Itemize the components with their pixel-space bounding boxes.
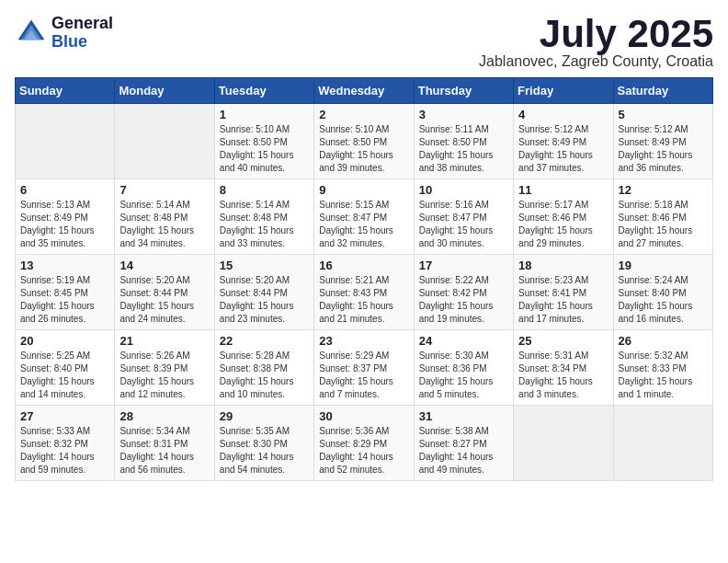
daylight: Daylight: 15 hours and 21 minutes. [319, 301, 393, 324]
day-info: Sunrise: 5:12 AMSunset: 8:49 PMDaylight:… [518, 123, 608, 175]
sunrise: Sunrise: 5:16 AM [419, 200, 489, 210]
logo-icon [15, 17, 48, 50]
sunrise: Sunrise: 5:13 AM [20, 200, 90, 210]
day-number: 24 [419, 334, 508, 348]
calendar-cell: 18Sunrise: 5:23 AMSunset: 8:41 PMDayligh… [514, 255, 613, 330]
day-info: Sunrise: 5:30 AMSunset: 8:36 PMDaylight:… [419, 350, 508, 401]
calendar-cell: 8Sunrise: 5:14 AMSunset: 8:48 PMDaylight… [214, 179, 313, 255]
day-info: Sunrise: 5:11 AMSunset: 8:50 PMDaylight:… [419, 123, 508, 175]
calendar-cell: 4Sunrise: 5:12 AMSunset: 8:49 PMDaylight… [514, 104, 613, 179]
day-number: 26 [619, 334, 708, 348]
day-number: 17 [419, 259, 508, 272]
logo-text: General Blue [51, 15, 113, 52]
sunset: Sunset: 8:46 PM [518, 213, 586, 223]
day-number: 21 [119, 334, 209, 348]
daylight: Daylight: 15 hours and 29 minutes. [518, 225, 593, 248]
calendar-cell: 3Sunrise: 5:11 AMSunset: 8:50 PMDaylight… [414, 104, 513, 179]
sunset: Sunset: 8:34 PM [518, 363, 586, 373]
day-number: 6 [20, 183, 109, 197]
sunset: Sunset: 8:27 PM [419, 439, 487, 449]
day-number: 15 [220, 259, 309, 272]
sunset: Sunset: 8:50 PM [419, 137, 487, 147]
sunrise: Sunrise: 5:33 AM [20, 426, 90, 436]
sunset: Sunset: 8:41 PM [518, 288, 586, 298]
logo-blue: Blue [51, 33, 113, 52]
calendar-cell: 29Sunrise: 5:35 AMSunset: 8:30 PMDayligh… [214, 406, 313, 481]
daylight: Daylight: 15 hours and 12 minutes. [119, 376, 194, 399]
page-header: General Blue July 2025 Jablanovec, Zagre… [15, 15, 713, 70]
header-day-friday: Friday [514, 78, 613, 104]
day-number: 14 [119, 259, 209, 272]
calendar-cell: 13Sunrise: 5:19 AMSunset: 8:45 PMDayligh… [16, 255, 115, 330]
day-number: 13 [20, 259, 109, 272]
daylight: Daylight: 15 hours and 14 minutes. [20, 376, 95, 399]
calendar-cell: 31Sunrise: 5:38 AMSunset: 8:27 PMDayligh… [414, 406, 513, 481]
sunset: Sunset: 8:50 PM [220, 137, 288, 147]
day-info: Sunrise: 5:20 AMSunset: 8:44 PMDaylight:… [220, 274, 309, 326]
sunset: Sunset: 8:45 PM [20, 288, 88, 298]
daylight: Daylight: 15 hours and 38 minutes. [419, 150, 494, 173]
logo-general: General [51, 15, 113, 33]
sunset: Sunset: 8:48 PM [119, 213, 188, 223]
day-number: 4 [518, 108, 608, 121]
calendar-cell: 19Sunrise: 5:24 AMSunset: 8:40 PMDayligh… [613, 255, 712, 330]
calendar-cell: 22Sunrise: 5:28 AMSunset: 8:38 PMDayligh… [214, 330, 313, 406]
sunrise: Sunrise: 5:19 AM [20, 275, 90, 285]
day-number: 30 [319, 409, 408, 423]
sunset: Sunset: 8:42 PM [419, 288, 487, 298]
sunrise: Sunrise: 5:10 AM [319, 124, 389, 134]
calendar-cell: 1Sunrise: 5:10 AMSunset: 8:50 PMDaylight… [214, 104, 313, 179]
calendar-cell: 23Sunrise: 5:29 AMSunset: 8:37 PMDayligh… [314, 330, 414, 406]
sunrise: Sunrise: 5:26 AM [119, 350, 189, 361]
header-day-thursday: Thursday [414, 78, 513, 104]
daylight: Daylight: 15 hours and 5 minutes. [419, 376, 494, 399]
day-info: Sunrise: 5:32 AMSunset: 8:33 PMDaylight:… [619, 350, 708, 401]
day-number: 11 [518, 183, 608, 197]
calendar-cell: 5Sunrise: 5:12 AMSunset: 8:49 PMDaylight… [613, 104, 712, 179]
calendar-week-4: 20Sunrise: 5:25 AMSunset: 8:40 PMDayligh… [16, 330, 713, 406]
sunset: Sunset: 8:29 PM [319, 439, 387, 449]
day-info: Sunrise: 5:31 AMSunset: 8:34 PMDaylight:… [518, 350, 608, 401]
month-title: July 2025 [479, 15, 713, 53]
sunset: Sunset: 8:32 PM [20, 439, 88, 449]
day-info: Sunrise: 5:16 AMSunset: 8:47 PMDaylight:… [419, 199, 508, 250]
sunrise: Sunrise: 5:12 AM [518, 124, 588, 134]
calendar-week-2: 6Sunrise: 5:13 AMSunset: 8:49 PMDaylight… [16, 179, 713, 255]
day-info: Sunrise: 5:12 AMSunset: 8:49 PMDaylight:… [619, 123, 708, 175]
logo: General Blue [15, 15, 113, 52]
day-number: 23 [319, 334, 408, 348]
sunrise: Sunrise: 5:18 AM [619, 200, 688, 210]
calendar-cell [115, 104, 214, 179]
daylight: Daylight: 15 hours and 7 minutes. [319, 376, 393, 399]
sunrise: Sunrise: 5:32 AM [619, 350, 688, 361]
day-info: Sunrise: 5:10 AMSunset: 8:50 PMDaylight:… [220, 123, 309, 175]
day-info: Sunrise: 5:19 AMSunset: 8:45 PMDaylight:… [20, 274, 109, 326]
day-info: Sunrise: 5:25 AMSunset: 8:40 PMDaylight:… [20, 350, 109, 401]
sunset: Sunset: 8:44 PM [220, 288, 288, 298]
sunrise: Sunrise: 5:11 AM [419, 124, 489, 134]
day-number: 19 [619, 259, 708, 272]
daylight: Daylight: 14 hours and 49 minutes. [419, 452, 494, 475]
calendar-body: 1Sunrise: 5:10 AMSunset: 8:50 PMDaylight… [16, 104, 713, 481]
daylight: Daylight: 15 hours and 30 minutes. [419, 225, 494, 248]
sunrise: Sunrise: 5:10 AM [220, 124, 290, 134]
day-info: Sunrise: 5:34 AMSunset: 8:31 PMDaylight:… [119, 425, 209, 477]
calendar-cell: 6Sunrise: 5:13 AMSunset: 8:49 PMDaylight… [16, 179, 115, 255]
calendar-cell: 25Sunrise: 5:31 AMSunset: 8:34 PMDayligh… [514, 330, 613, 406]
calendar-cell: 26Sunrise: 5:32 AMSunset: 8:33 PMDayligh… [613, 330, 712, 406]
location-title: Jablanovec, Zagreb County, Croatia [479, 53, 713, 70]
header-day-tuesday: Tuesday [214, 78, 313, 104]
day-info: Sunrise: 5:28 AMSunset: 8:38 PMDaylight:… [220, 350, 309, 401]
daylight: Daylight: 15 hours and 17 minutes. [518, 301, 593, 324]
header-row: SundayMondayTuesdayWednesdayThursdayFrid… [16, 78, 713, 104]
day-number: 5 [619, 108, 708, 121]
day-number: 25 [518, 334, 608, 348]
day-number: 18 [518, 259, 608, 272]
day-info: Sunrise: 5:36 AMSunset: 8:29 PMDaylight:… [319, 425, 408, 477]
day-number: 12 [619, 183, 708, 197]
calendar-cell: 11Sunrise: 5:17 AMSunset: 8:46 PMDayligh… [514, 179, 613, 255]
day-number: 3 [419, 108, 508, 121]
sunrise: Sunrise: 5:22 AM [419, 275, 489, 285]
sunset: Sunset: 8:33 PM [619, 363, 687, 373]
day-info: Sunrise: 5:24 AMSunset: 8:40 PMDaylight:… [619, 274, 708, 326]
